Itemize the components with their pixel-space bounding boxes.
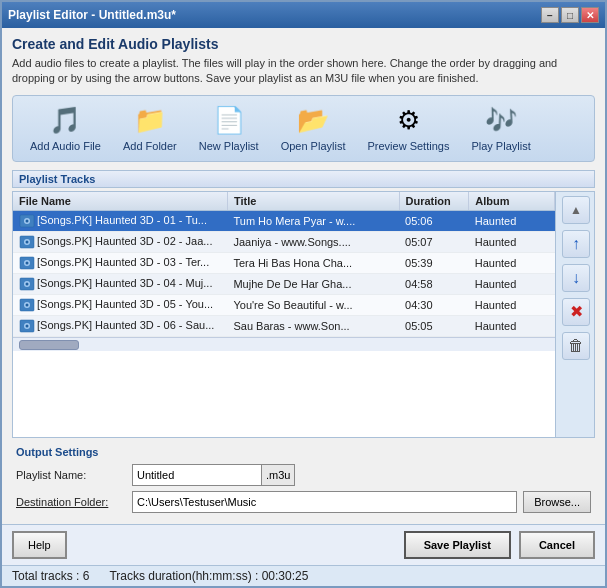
window-title: Playlist Editor - Untitled.m3u*	[8, 8, 176, 22]
col-header-album: Album	[469, 192, 555, 211]
close-button[interactable]: ✕	[581, 7, 599, 23]
playlist-name-label: Playlist Name:	[16, 469, 126, 481]
new-playlist-button[interactable]: 📄 New Playlist	[192, 102, 266, 155]
cell-duration: 05:05	[399, 316, 469, 337]
svg-point-8	[26, 262, 29, 265]
playlist-name-row: Playlist Name: .m3u	[16, 464, 591, 486]
playlist-section: Playlist Tracks File Name Title Duration…	[12, 170, 595, 438]
add-audio-icon: 🎵	[49, 105, 81, 137]
table-row[interactable]: [Songs.PK] Haunted 3D - 02 - Jaa... Jaan…	[13, 231, 555, 252]
table-row[interactable]: [Songs.PK] Haunted 3D - 04 - Muj... Mujh…	[13, 274, 555, 295]
cell-album: Haunted	[469, 316, 555, 337]
move-top-button[interactable]: ▲	[562, 196, 590, 224]
preview-settings-label: Preview Settings	[367, 140, 449, 152]
window-controls: − □ ✕	[541, 7, 599, 23]
browse-button[interactable]: Browse...	[523, 491, 591, 513]
cell-duration: 04:58	[399, 274, 469, 295]
play-playlist-label: Play Playlist	[471, 140, 530, 152]
cancel-button[interactable]: Cancel	[519, 531, 595, 559]
cell-title: Tum Ho Mera Pyar - w....	[227, 210, 399, 231]
page-description: Add audio files to create a playlist. Th…	[12, 56, 595, 87]
page-heading: Create and Edit Audio Playlists	[12, 36, 595, 52]
side-buttons-panel: ▲ ↑ ↓ ✖ 🗑	[555, 192, 594, 437]
cell-duration: 05:07	[399, 231, 469, 252]
playlist-table-wrap: File Name Title Duration Album [Songs.PK…	[13, 192, 555, 437]
table-row[interactable]: [Songs.PK] Haunted 3D - 05 - You... You'…	[13, 295, 555, 316]
main-content: Create and Edit Audio Playlists Add audi…	[2, 28, 605, 524]
cell-title: You're So Beautiful - w...	[227, 295, 399, 316]
output-settings-title: Output Settings	[16, 446, 591, 458]
playlist-name-wrap: .m3u	[132, 464, 295, 486]
destination-folder-label: Destination Folder:	[16, 496, 126, 508]
output-settings: Output Settings Playlist Name: .m3u Dest…	[12, 438, 595, 524]
cell-filename: [Songs.PK] Haunted 3D - 03 - Ter...	[13, 252, 227, 273]
cell-album: Haunted	[469, 274, 555, 295]
cell-filename: [Songs.PK] Haunted 3D - 05 - You...	[13, 295, 227, 316]
maximize-button[interactable]: □	[561, 7, 579, 23]
table-row[interactable]: [Songs.PK] Haunted 3D - 01 - Tu... Tum H…	[13, 210, 555, 231]
playlist-table: File Name Title Duration Album [Songs.PK…	[13, 192, 555, 338]
cell-title: Mujhe De De Har Gha...	[227, 274, 399, 295]
delete-button[interactable]: ✖	[562, 298, 590, 326]
trash-button[interactable]: 🗑	[562, 332, 590, 360]
add-folder-icon: 📁	[134, 105, 166, 137]
svg-point-11	[26, 283, 29, 286]
open-playlist-button[interactable]: 📂 Open Playlist	[274, 102, 353, 155]
cell-filename: [Songs.PK] Haunted 3D - 04 - Muj...	[13, 274, 227, 295]
cell-duration: 05:39	[399, 252, 469, 273]
cell-filename: [Songs.PK] Haunted 3D - 02 - Jaa...	[13, 231, 227, 252]
svg-point-5	[26, 240, 29, 243]
destination-folder-input[interactable]	[132, 491, 517, 513]
cell-title: Sau Baras - www.Son...	[227, 316, 399, 337]
cell-album: Haunted	[469, 252, 555, 273]
col-header-duration: Duration	[399, 192, 469, 211]
move-down-button[interactable]: ↓	[562, 264, 590, 292]
bottom-bar: Help Save Playlist Cancel	[2, 524, 605, 565]
col-header-filename: File Name	[13, 192, 227, 211]
add-folder-button[interactable]: 📁 Add Folder	[116, 102, 184, 155]
help-button[interactable]: Help	[12, 531, 67, 559]
play-playlist-icon: 🎶	[485, 105, 517, 137]
playlist-ext-label: .m3u	[262, 464, 295, 486]
destination-folder-row: Destination Folder: Browse...	[16, 491, 591, 513]
add-audio-button[interactable]: 🎵 Add Audio File	[23, 102, 108, 155]
playlist-section-label: Playlist Tracks	[12, 170, 595, 188]
cell-title: Tera Hi Bas Hona Cha...	[227, 252, 399, 273]
bottom-actions: Save Playlist Cancel	[404, 531, 595, 559]
duration-label: Tracks duration(hh:mm:ss) : 00:30:25	[109, 569, 308, 583]
open-playlist-label: Open Playlist	[281, 140, 346, 152]
save-playlist-button[interactable]: Save Playlist	[404, 531, 511, 559]
cell-album: Haunted	[469, 295, 555, 316]
svg-point-2	[26, 219, 29, 222]
playlist-name-input[interactable]	[132, 464, 262, 486]
add-audio-label: Add Audio File	[30, 140, 101, 152]
cell-album: Haunted	[469, 231, 555, 252]
cell-title: Jaaniya - www.Songs....	[227, 231, 399, 252]
new-playlist-icon: 📄	[213, 105, 245, 137]
svg-point-17	[26, 325, 29, 328]
status-bar: Total tracks : 6 Tracks duration(hh:mm:s…	[2, 565, 605, 586]
cell-filename: [Songs.PK] Haunted 3D - 01 - Tu...	[13, 210, 227, 231]
horizontal-scrollbar[interactable]	[13, 337, 555, 351]
total-tracks-label: Total tracks : 6	[12, 569, 89, 583]
cell-duration: 04:30	[399, 295, 469, 316]
cell-duration: 05:06	[399, 210, 469, 231]
title-bar: Playlist Editor - Untitled.m3u* − □ ✕	[2, 2, 605, 28]
table-row[interactable]: [Songs.PK] Haunted 3D - 06 - Sau... Sau …	[13, 316, 555, 337]
main-window: Playlist Editor - Untitled.m3u* − □ ✕ Cr…	[0, 0, 607, 588]
play-playlist-button[interactable]: 🎶 Play Playlist	[464, 102, 537, 155]
preview-settings-icon: ⚙	[392, 105, 424, 137]
cell-filename: [Songs.PK] Haunted 3D - 06 - Sau...	[13, 316, 227, 337]
new-playlist-label: New Playlist	[199, 140, 259, 152]
playlist-table-container: File Name Title Duration Album [Songs.PK…	[12, 191, 595, 438]
toolbar: 🎵 Add Audio File 📁 Add Folder 📄 New Play…	[12, 95, 595, 162]
svg-point-14	[26, 304, 29, 307]
table-row[interactable]: [Songs.PK] Haunted 3D - 03 - Ter... Tera…	[13, 252, 555, 273]
col-header-title: Title	[227, 192, 399, 211]
cell-album: Haunted	[469, 210, 555, 231]
move-up-button[interactable]: ↑	[562, 230, 590, 258]
add-folder-label: Add Folder	[123, 140, 177, 152]
open-playlist-icon: 📂	[297, 105, 329, 137]
preview-settings-button[interactable]: ⚙ Preview Settings	[360, 102, 456, 155]
minimize-button[interactable]: −	[541, 7, 559, 23]
